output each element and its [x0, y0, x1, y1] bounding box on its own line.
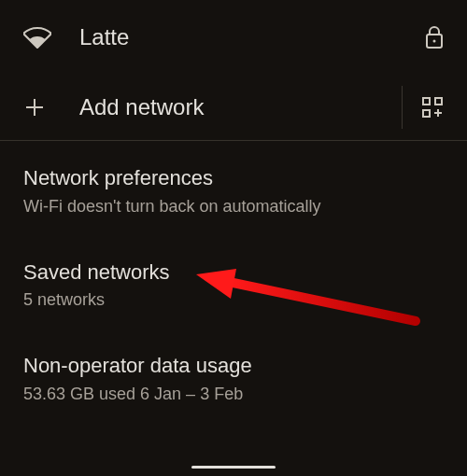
vertical-divider — [402, 86, 403, 129]
wifi-network-row[interactable]: Latte — [0, 0, 467, 75]
settings-item-subtitle: 5 networks — [23, 290, 444, 310]
svg-rect-4 — [423, 98, 430, 105]
home-indicator[interactable] — [191, 466, 276, 469]
settings-item-title: Saved networks — [23, 259, 444, 286]
saved-networks-item[interactable]: Saved networks 5 networks — [23, 235, 444, 329]
svg-rect-6 — [435, 98, 442, 105]
add-network-label: Add network — [79, 94, 398, 120]
svg-point-1 — [433, 40, 436, 43]
non-operator-data-usage-item[interactable]: Non-operator data usage 53.63 GB used 6 … — [23, 329, 444, 423]
lock-icon — [406, 25, 444, 49]
network-preferences-item[interactable]: Network preferences Wi-Fi doesn't turn b… — [23, 141, 444, 235]
settings-list: Network preferences Wi-Fi doesn't turn b… — [0, 141, 467, 423]
wifi-ssid-label: Latte — [79, 24, 406, 50]
plus-icon — [23, 96, 79, 119]
settings-item-title: Non-operator data usage — [23, 353, 444, 379]
settings-item-title: Network preferences — [23, 165, 444, 191]
add-network-row[interactable]: Add network — [0, 75, 467, 140]
svg-rect-5 — [423, 110, 430, 117]
settings-item-subtitle: Wi-Fi doesn't turn back on automatically — [23, 197, 444, 217]
wifi-signal-icon — [23, 26, 79, 49]
qr-scan-button[interactable] — [416, 96, 444, 119]
settings-item-subtitle: 53.63 GB used 6 Jan – 3 Feb — [23, 385, 444, 404]
